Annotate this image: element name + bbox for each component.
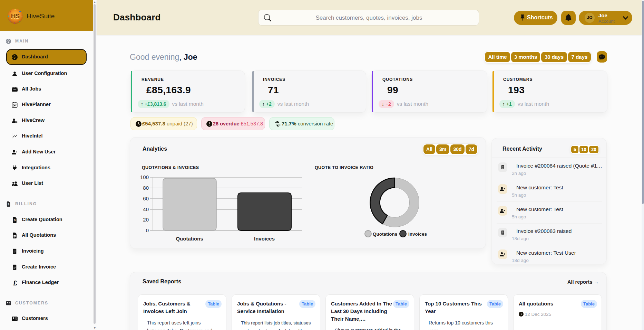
svg-text:80: 80 [143,185,149,191]
svg-text:Quotations: Quotations [176,236,203,242]
svg-text:20: 20 [143,217,149,223]
svg-text:60: 60 [143,196,149,201]
svg-text:100: 100 [140,174,149,180]
svg-text:$: $ [14,218,16,222]
svg-text:40: 40 [143,206,149,212]
svg-text:Invoices: Invoices [254,236,275,242]
svg-text:0: 0 [146,227,149,233]
svg-text:$: $ [8,202,9,206]
